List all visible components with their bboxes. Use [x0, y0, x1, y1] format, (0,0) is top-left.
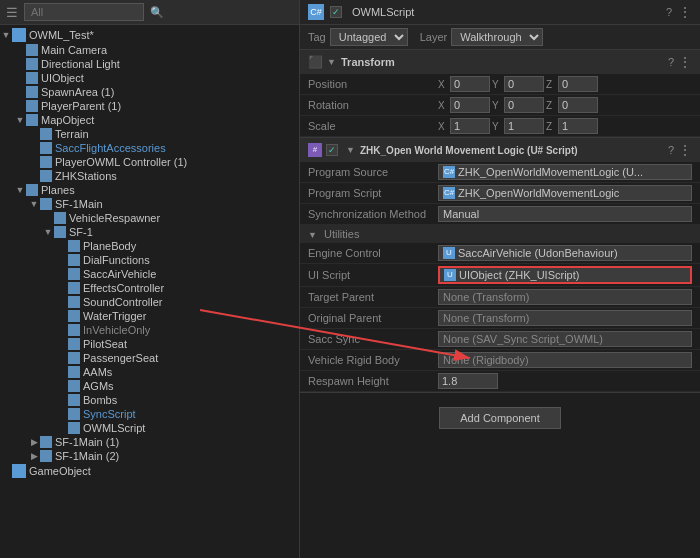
transform-overflow-icon[interactable]: ⋮: [678, 54, 692, 70]
tree-label-sf1main: SF-1Main: [55, 198, 103, 210]
scale-x[interactable]: [450, 118, 490, 134]
sync-method-row: Synchronization Method Manual: [300, 204, 700, 225]
tree-arrow-sf1main-2: ▶: [28, 451, 40, 461]
script-overflow-icon[interactable]: ⋮: [678, 142, 692, 158]
script-component-header[interactable]: # ✓ ▼ ZHK_Open World Movement Logic (U# …: [300, 138, 700, 162]
tree-label-zhk-stations: ZHKStations: [55, 170, 117, 182]
scale-z[interactable]: [558, 118, 598, 134]
position-z[interactable]: [558, 76, 598, 92]
program-script-icon: C#: [443, 187, 455, 199]
tree-label-directional-light: Directional Light: [41, 58, 120, 70]
tree-icon-owml-script: [68, 422, 80, 434]
tree-item-planes[interactable]: ▼Planes: [0, 183, 299, 197]
tree-item-in-vehicle-only[interactable]: InVehicleOnly: [0, 323, 299, 337]
tree-item-sacc-flight[interactable]: SaccFlightAccessories: [0, 141, 299, 155]
tree-label-plane-body: PlaneBody: [83, 240, 136, 252]
script-component-checkbox[interactable]: ✓: [326, 144, 338, 156]
script-collapse[interactable]: ▼: [346, 145, 356, 155]
tree-item-vehicle-respawner[interactable]: VehicleRespawner: [0, 211, 299, 225]
tree-icon-water-trigger: [68, 310, 80, 322]
transform-header[interactable]: ⬛ ▼ Transform ? ⋮: [300, 50, 700, 74]
layer-label: Layer: [420, 31, 448, 43]
tree-item-sound-controller[interactable]: SoundController: [0, 295, 299, 309]
tree-item-map-object[interactable]: ▼MapObject: [0, 113, 299, 127]
tree-item-bombs[interactable]: Bombs: [0, 393, 299, 407]
inspector-scroll[interactable]: ⬛ ▼ Transform ? ⋮ Position X Y Z R: [300, 50, 700, 558]
tree-label-dial-functions: DialFunctions: [83, 254, 150, 266]
transform-help-icon[interactable]: ?: [668, 56, 674, 68]
scale-y[interactable]: [504, 118, 544, 134]
tree-item-player-owml[interactable]: PlayerOWML Controller (1): [0, 155, 299, 169]
original-parent-row: Original Parent None (Transform): [300, 308, 700, 329]
position-x[interactable]: [450, 76, 490, 92]
tree-item-sf1main-1[interactable]: ▶SF-1Main (1): [0, 435, 299, 449]
utilities-collapse[interactable]: ▼: [308, 230, 317, 240]
tree-item-plane-body[interactable]: PlaneBody: [0, 239, 299, 253]
owml-script-checkbox[interactable]: ✓: [330, 6, 342, 18]
tree-label-terrain: Terrain: [55, 128, 89, 140]
tree-item-sf1main-2[interactable]: ▶SF-1Main (2): [0, 449, 299, 463]
original-parent-ref[interactable]: None (Transform): [438, 310, 692, 326]
tree-item-water-trigger[interactable]: WaterTrigger: [0, 309, 299, 323]
program-source-ref[interactable]: C# ZHK_OpenWorldMovementLogic (U...: [438, 164, 692, 180]
tree-label-map-object: MapObject: [41, 114, 94, 126]
hierarchy-menu-icon[interactable]: ☰: [6, 5, 18, 20]
tree-arrow-sf1: ▼: [42, 227, 54, 237]
tree-item-zhk-stations[interactable]: ZHKStations: [0, 169, 299, 183]
tree-item-owml-script[interactable]: OWMLScript: [0, 421, 299, 435]
rotation-y[interactable]: [504, 97, 544, 113]
layer-dropdown[interactable]: Walkthrough: [451, 28, 543, 46]
help-icon[interactable]: ?: [666, 6, 672, 18]
tree-item-sf1main[interactable]: ▼SF-1Main: [0, 197, 299, 211]
hierarchy-tree: ▼OWML_Test*Main CameraDirectional LightU…: [0, 25, 299, 558]
add-component-button[interactable]: Add Component: [439, 407, 561, 429]
rotation-z[interactable]: [558, 97, 598, 113]
ui-script-ref[interactable]: U UIObject (ZHK_UIScript): [438, 266, 692, 284]
tree-label-uiobject: UIObject: [41, 72, 84, 84]
tree-item-terrain[interactable]: Terrain: [0, 127, 299, 141]
tree-item-agms[interactable]: AGMs: [0, 379, 299, 393]
program-source-value: ZHK_OpenWorldMovementLogic (U...: [458, 166, 643, 178]
tree-item-player-parent[interactable]: PlayerParent (1): [0, 99, 299, 113]
tree-item-passenger-seat[interactable]: PassengerSeat: [0, 351, 299, 365]
tree-item-game-object[interactable]: GameObject: [0, 463, 299, 479]
tree-item-uiobject[interactable]: UIObject: [0, 71, 299, 85]
tag-dropdown[interactable]: Untagged: [330, 28, 408, 46]
tree-item-spawn-area[interactable]: SpawnArea (1): [0, 85, 299, 99]
tree-icon-planes: [26, 184, 38, 196]
tree-item-effects-controller[interactable]: EffectsController: [0, 281, 299, 295]
tree-item-main-camera[interactable]: Main Camera: [0, 43, 299, 57]
tree-label-sound-controller: SoundController: [83, 296, 163, 308]
engine-control-ref[interactable]: U SaccAirVehicle (UdonBehaviour): [438, 245, 692, 261]
tree-item-sync-script[interactable]: SyncScript: [0, 407, 299, 421]
overflow-icon[interactable]: ⋮: [678, 4, 692, 20]
engine-control-label: Engine Control: [308, 247, 438, 259]
tree-icon-owml-test: [12, 28, 26, 42]
tree-item-sacc-air-vehicle[interactable]: SaccAirVehicle: [0, 267, 299, 281]
tree-item-pilot-seat[interactable]: PilotSeat: [0, 337, 299, 351]
program-script-ref[interactable]: C# ZHK_OpenWorldMovementLogic: [438, 185, 692, 201]
tree-item-aams[interactable]: AAMs: [0, 365, 299, 379]
target-parent-ref[interactable]: None (Transform): [438, 289, 692, 305]
hierarchy-panel: ☰ 🔍 ▼OWML_Test*Main CameraDirectional Li…: [0, 0, 300, 558]
tree-icon-sound-controller: [68, 296, 80, 308]
transform-collapse[interactable]: ▼: [327, 57, 337, 67]
tree-item-owml-test[interactable]: ▼OWML_Test*: [0, 27, 299, 43]
rotation-value: X Y Z: [438, 97, 692, 113]
add-component-area: Add Component: [300, 393, 700, 443]
search-input[interactable]: [24, 3, 144, 21]
tree-icon-sacc-flight: [40, 142, 52, 154]
tree-item-directional-light[interactable]: Directional Light: [0, 57, 299, 71]
respawn-height-input[interactable]: [438, 373, 498, 389]
tree-item-dial-functions[interactable]: DialFunctions: [0, 253, 299, 267]
tree-icon-bombs: [68, 394, 80, 406]
vehicle-rigid-body-ref[interactable]: None (Rigidbody): [438, 352, 692, 368]
rotation-x[interactable]: [450, 97, 490, 113]
tree-label-sacc-flight: SaccFlightAccessories: [55, 142, 166, 154]
position-y[interactable]: [504, 76, 544, 92]
tree-item-sf1[interactable]: ▼SF-1: [0, 225, 299, 239]
tree-label-in-vehicle-only: InVehicleOnly: [83, 324, 150, 336]
sacc-sync-ref[interactable]: None (SAV_Sync Script_OWML): [438, 331, 692, 347]
script-help-icon[interactable]: ?: [668, 144, 674, 156]
target-parent-label: Target Parent: [308, 291, 438, 303]
